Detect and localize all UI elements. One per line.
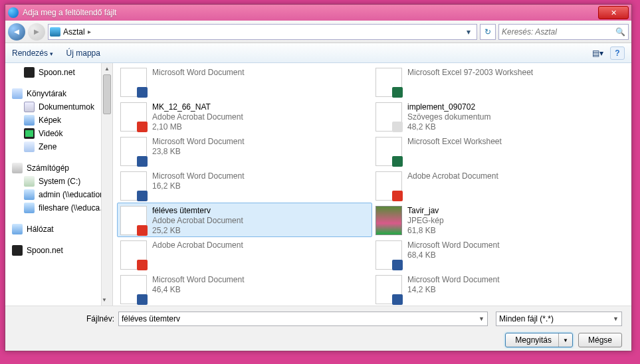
file-size: 61,8 KB <box>407 226 444 236</box>
file-item[interactable]: Microsoft Word Document23,8 KB <box>117 134 372 168</box>
tree-item[interactable]: admin (\\education… <box>5 188 112 201</box>
tree-item[interactable]: Számítógép <box>5 161 112 175</box>
desktop-icon <box>50 27 60 37</box>
filename-input-wrap[interactable]: ▼ <box>118 312 488 326</box>
scroll-down-icon[interactable]: ▼ <box>102 294 107 306</box>
ico-spoon-icon <box>12 245 23 256</box>
tree-item[interactable]: Hálózat <box>5 223 112 236</box>
open-button-label: Megnyitás <box>515 335 552 345</box>
file-item[interactable]: Microsoft Word Document16,2 KB <box>117 168 372 203</box>
word-badge-icon <box>137 87 148 98</box>
file-thumbnail <box>120 240 147 270</box>
tree-item[interactable]: Spoon.net <box>5 66 112 79</box>
ico-net-icon <box>12 224 23 234</box>
scroll-up-icon[interactable]: ▲ <box>102 63 112 74</box>
filename-dropdown-icon[interactable]: ▼ <box>476 316 484 322</box>
file-item[interactable]: Microsoft Excel 97-2003 Worksheet <box>372 64 627 99</box>
file-item[interactable]: Microsoft Excel Worksheet <box>372 134 627 168</box>
file-type: Adobe Acrobat Document <box>152 240 243 250</box>
tree-item-label: Dokumentumok <box>39 102 94 112</box>
file-thumbnail <box>120 206 147 235</box>
breadcrumb[interactable]: Asztal ▸ ▾ <box>48 24 477 40</box>
file-size: 68,4 KB <box>407 250 500 260</box>
tree-item-label: System (C:) <box>39 177 80 186</box>
tree-item-label: Hálózat <box>27 225 54 234</box>
tree-item-label: Számítógép <box>27 163 69 173</box>
new-folder-button[interactable]: Új mappa <box>66 48 100 58</box>
ico-doc-icon <box>24 102 35 112</box>
forward-button[interactable]: ► <box>28 23 45 41</box>
file-item[interactable]: féléves ütemtervAdobe Acrobat Document25… <box>117 203 372 237</box>
file-item[interactable]: Microsoft Word Document68,4 KB <box>372 237 627 272</box>
file-thumbnail <box>120 171 147 201</box>
file-size: 16,2 KB <box>152 181 245 191</box>
file-type: Microsoft Word Document <box>152 171 245 181</box>
word-badge-icon <box>137 191 148 201</box>
tree-item[interactable]: Könyvtárak <box>5 87 112 100</box>
search-icon[interactable]: 🔍 <box>615 27 625 37</box>
tree-item[interactable]: Videók <box>5 127 112 140</box>
open-button[interactable]: Megnyitás ▼ <box>505 333 573 347</box>
view-options-button[interactable]: ▤▾ <box>590 46 605 60</box>
file-thumbnail <box>375 137 402 166</box>
help-button[interactable]: ? <box>610 46 625 60</box>
file-type: Adobe Acrobat Document <box>152 216 243 226</box>
ico-lib-icon <box>12 88 23 99</box>
file-type-filter[interactable]: Minden fájl (*.*) ▼ <box>496 312 622 326</box>
file-type: Microsoft Word Document <box>407 275 500 285</box>
ico-music-icon <box>24 141 35 152</box>
cancel-button[interactable]: Mégse <box>578 333 622 347</box>
file-item[interactable]: Adobe Acrobat Document <box>372 168 627 203</box>
file-item[interactable]: Adobe Acrobat Document <box>117 237 372 272</box>
file-item[interactable]: MK_12_66_NATAdobe Acrobat Document2,10 M… <box>117 99 372 134</box>
cancel-button-label: Mégse <box>588 335 612 345</box>
file-item[interactable]: Microsoft Word Document <box>117 64 372 99</box>
file-name: implement_090702 <box>407 102 490 112</box>
filename-input[interactable] <box>122 314 476 323</box>
word-badge-icon <box>392 260 403 270</box>
search-box[interactable]: 🔍 <box>498 24 629 40</box>
refresh-button[interactable]: ↻ <box>480 24 496 40</box>
filter-dropdown-icon[interactable]: ▼ <box>613 316 619 322</box>
folder-tree[interactable]: Spoon.netKönyvtárakDokumentumokKépekVide… <box>5 63 113 306</box>
word-badge-icon <box>137 156 148 167</box>
file-type: JPEG-kép <box>407 216 444 226</box>
tree-item[interactable]: System (C:) <box>5 175 112 188</box>
file-item[interactable]: implement_090702Szöveges dokumentum48,2 … <box>372 99 627 134</box>
file-type: Szöveges dokumentum <box>407 112 490 122</box>
file-item[interactable]: Tavir_javJPEG-kép61,8 KB <box>372 203 627 237</box>
tree-item[interactable]: Spoon.net <box>5 244 112 257</box>
search-input[interactable] <box>502 27 615 37</box>
ico-pc-icon <box>12 163 23 173</box>
open-split-dropdown-icon[interactable]: ▼ <box>558 333 572 347</box>
back-button[interactable]: ◄ <box>8 23 25 41</box>
file-thumbnail <box>375 206 402 235</box>
file-name: féléves ütemterv <box>152 206 243 216</box>
tree-item-label: Videók <box>39 129 62 138</box>
organize-menu[interactable]: Rendezés <box>12 48 53 58</box>
file-size: 14,2 KB <box>407 285 500 295</box>
word-badge-icon <box>137 294 148 305</box>
chevron-right-icon[interactable]: ▸ <box>88 28 91 35</box>
close-button[interactable]: ✕ <box>598 6 629 19</box>
tree-scrollbar[interactable]: ▲ ▼ <box>101 63 112 306</box>
ico-spoon-icon <box>24 67 35 78</box>
file-item[interactable]: Microsoft Word Document14,2 KB <box>372 272 627 306</box>
filter-label: Minden fájl (*.*) <box>499 314 554 323</box>
toolbar: Rendezés Új mappa ▤▾ ? <box>5 43 631 63</box>
file-name: MK_12_66_NAT <box>152 102 243 112</box>
file-type: Microsoft Excel Worksheet <box>407 137 502 147</box>
file-thumbnail <box>375 171 402 201</box>
breadcrumb-location[interactable]: Asztal <box>63 27 85 37</box>
tree-item[interactable]: Zene <box>5 140 112 153</box>
tree-item[interactable]: Dokumentumok <box>5 100 112 114</box>
tree-item[interactable]: Képek <box>5 114 112 127</box>
file-thumbnail <box>375 275 402 304</box>
file-item[interactable]: Microsoft Word Document46,4 KB <box>117 272 372 306</box>
dialog-footer: Fájlnév: ▼ Minden fájl (*.*) ▼ Megnyitás… <box>5 306 631 351</box>
breadcrumb-dropdown-icon[interactable]: ▾ <box>463 27 474 37</box>
excel-badge-icon <box>392 87 403 98</box>
tree-item[interactable]: fileshare (\\educa… <box>5 201 112 215</box>
scroll-thumb[interactable] <box>103 74 111 114</box>
file-thumbnail <box>120 137 147 166</box>
